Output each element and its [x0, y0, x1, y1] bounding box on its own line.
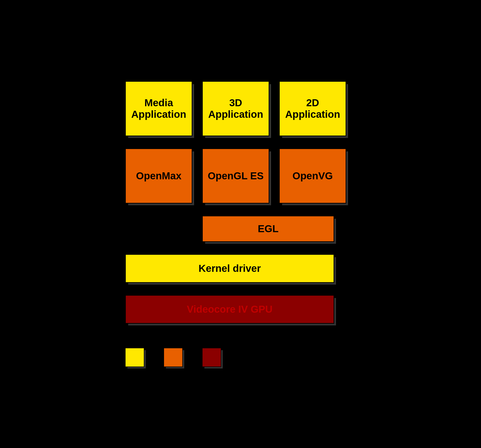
- openmax-label: OpenMax: [136, 170, 181, 182]
- egl-row: EGL: [125, 216, 334, 242]
- kernel-driver-block: Kernel driver: [125, 254, 334, 283]
- yellow-swatch: [125, 348, 144, 367]
- videocore-label: Videocore IV GPU: [187, 304, 272, 315]
- openvg-block: OpenVG: [279, 148, 346, 204]
- darkred-swatch: [202, 348, 221, 367]
- 2d-application-label: 2D Application: [285, 97, 340, 120]
- videocore-block: Videocore IV GPU: [125, 295, 334, 324]
- egl-block: EGL: [202, 216, 334, 242]
- opengl-es-label: OpenGL ES: [208, 170, 264, 182]
- 2d-application-block: 2D Application: [279, 81, 346, 136]
- applications-row: Media Application 3D Application 2D Appl…: [125, 81, 356, 136]
- legend-orange: [164, 348, 183, 367]
- legend-yellow: [125, 348, 144, 367]
- videocore-row: Videocore IV GPU: [125, 295, 334, 324]
- opengl-es-block: OpenGL ES: [202, 148, 269, 204]
- openmax-block: OpenMax: [125, 148, 192, 204]
- egl-label: EGL: [258, 223, 278, 235]
- diagram: Media Application 3D Application 2D Appl…: [125, 71, 356, 377]
- egl-block-wrapper: EGL: [202, 216, 334, 242]
- legend: [125, 348, 356, 367]
- media-application-block: Media Application: [125, 81, 192, 136]
- 3d-application-label: 3D Application: [208, 97, 263, 120]
- media-application-label: Media Application: [131, 97, 186, 120]
- kernel-row: Kernel driver: [125, 254, 334, 283]
- legend-darkred: [202, 348, 221, 367]
- api-row: OpenMax OpenGL ES OpenVG: [125, 148, 356, 204]
- orange-swatch: [164, 348, 183, 367]
- kernel-driver-label: Kernel driver: [198, 263, 261, 274]
- 3d-application-block: 3D Application: [202, 81, 269, 136]
- openvg-label: OpenVG: [293, 170, 333, 182]
